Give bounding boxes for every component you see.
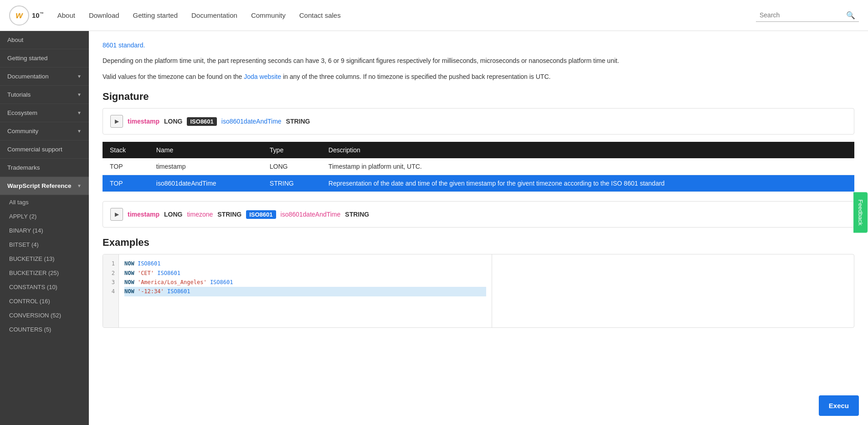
sig1-keyword: timestamp — [128, 118, 159, 125]
main-container: About Getting started Documentation ▼ Tu… — [0, 31, 868, 425]
logo[interactable]: w 10™ — [9, 5, 44, 26]
sidebar-item-community[interactable]: Community ▼ — [0, 122, 89, 140]
code-line-1: NOW ISO8601 — [124, 259, 486, 268]
iso8601-func: ISO8601 — [210, 279, 233, 285]
sidebar-sub-bitset[interactable]: BITSET (4) — [0, 238, 89, 252]
output-area — [492, 254, 854, 327]
sidebar-item-label: Trademarks — [7, 164, 40, 171]
sig2-type3: STRING — [345, 211, 369, 218]
now-keyword: NOW — [124, 279, 134, 285]
feedback-tab[interactable]: Feedback — [853, 192, 868, 233]
tz-la: 'America/Los_Angeles' — [138, 279, 207, 285]
cell-description: Representation of the date and time of t… — [321, 175, 854, 192]
chevron-down-icon: ▼ — [77, 129, 82, 134]
nav-about[interactable]: About — [57, 11, 75, 19]
chevron-down-icon: ▼ — [77, 74, 82, 79]
iso8601-func: ISO8601 — [138, 260, 161, 267]
sidebar-item-getting-started[interactable]: Getting started — [0, 49, 89, 67]
sig2-var2: iso8601dateAndTime — [281, 211, 341, 218]
copy-button-1[interactable]: ▶ — [110, 115, 123, 128]
sidebar-item-label: Ecosystem — [7, 109, 37, 116]
sig1-tag: ISO8601 — [187, 117, 216, 126]
sidebar-item-label: Commercial support — [7, 146, 62, 153]
sidebar-item-label: Tutorials — [7, 91, 31, 98]
cell-type: STRING — [262, 175, 321, 192]
execute-button[interactable]: Execu — [819, 395, 859, 416]
sidebar-item-label: Getting started — [7, 55, 48, 62]
sig2-keyword: timestamp — [128, 211, 159, 218]
sidebar-sub-counters[interactable]: COUNTERS (5) — [0, 322, 89, 337]
nav-contact-sales[interactable]: Contact sales — [299, 11, 341, 19]
col-type: Type — [262, 142, 321, 158]
iso8601-func: ISO8601 — [157, 270, 180, 276]
sidebar-item-label: About — [7, 36, 23, 43]
cell-name: iso8601dateAndTime — [149, 175, 262, 192]
sig1-type1: LONG — [164, 118, 182, 125]
cell-type: LONG — [262, 158, 321, 175]
main-nav: About Download Getting started Documenta… — [57, 11, 756, 19]
sidebar-sub-conversion[interactable]: CONVERSION (52) — [0, 308, 89, 322]
sidebar-sub-bucketize[interactable]: BUCKETIZE (13) — [0, 252, 89, 266]
search-icon[interactable]: 🔍 — [846, 11, 855, 20]
code-line-2: NOW 'CET' ISO8601 — [124, 269, 486, 278]
sidebar-item-trademarks[interactable]: Trademarks — [0, 159, 89, 177]
chevron-down-icon: ▼ — [77, 92, 82, 97]
code-line-3: NOW 'America/Los_Angeles' ISO8601 — [124, 278, 486, 287]
col-stack: Stack — [103, 142, 149, 158]
8601-link[interactable]: 8601 standard. — [103, 41, 145, 49]
logo-circle: w — [9, 5, 29, 26]
sidebar-sub-apply[interactable]: APPLY (2) — [0, 209, 89, 223]
intro-paragraph-3: Valid values for the timezone can be fou… — [103, 72, 854, 82]
now-keyword: NOW — [124, 270, 134, 276]
col-description: Description — [321, 142, 854, 158]
col-name: Name — [149, 142, 262, 158]
sidebar: About Getting started Documentation ▼ Tu… — [0, 31, 89, 425]
cell-name: timestamp — [149, 158, 262, 175]
sig1-var: iso8601dateAndTime — [221, 118, 282, 125]
logo-version: 10™ — [32, 11, 44, 19]
header: w 10™ About Download Getting started Doc… — [0, 0, 868, 31]
sig2-tag: ISO8601 — [246, 210, 276, 219]
sidebar-sub-all-tags[interactable]: All tags — [0, 195, 89, 209]
copy-button-2[interactable]: ▶ — [110, 208, 123, 221]
joda-website-link[interactable]: Joda website — [244, 73, 281, 80]
intro-paragraph-2: Depending on the platform time unit, the… — [103, 56, 854, 66]
signature-box-2: ▶ timestamp LONG timezone STRING ISO8601… — [103, 201, 854, 228]
cell-description: Timestamp in platform unit, UTC. — [321, 158, 854, 175]
sig2-var1: timezone — [187, 211, 213, 218]
table-row: TOP iso8601dateAndTime STRING Representa… — [103, 175, 854, 192]
chevron-down-icon: ▼ — [77, 183, 82, 188]
chevron-down-icon: ▼ — [77, 110, 82, 115]
table-header-row: Stack Name Type Description — [103, 142, 854, 158]
signature-box-1: ▶ timestamp LONG ISO8601 iso8601dateAndT… — [103, 108, 854, 135]
signature-title: Signature — [103, 91, 854, 103]
now-keyword: NOW — [124, 260, 134, 267]
nav-getting-started[interactable]: Getting started — [133, 11, 178, 19]
sidebar-item-about[interactable]: About — [0, 31, 89, 49]
sidebar-sub-constants[interactable]: CONSTANTS (10) — [0, 280, 89, 294]
nav-documentation[interactable]: Documentation — [191, 11, 237, 19]
sidebar-sub-binary[interactable]: BINARY (14) — [0, 223, 89, 238]
examples-container: 1234 NOW ISO8601 NOW 'CET' ISO8601 NOW '… — [103, 254, 854, 328]
nav-download[interactable]: Download — [89, 11, 119, 19]
code-line-4: NOW '-12:34' ISO8601 — [124, 287, 486, 296]
sidebar-sub-bucketizer[interactable]: BUCKETIZER (25) — [0, 266, 89, 280]
sig2-type2: STRING — [217, 211, 241, 218]
sidebar-item-documentation[interactable]: Documentation ▼ — [0, 67, 89, 86]
code-area: 1234 NOW ISO8601 NOW 'CET' ISO8601 NOW '… — [103, 254, 854, 327]
search-input[interactable] — [760, 11, 846, 19]
sidebar-item-warpscript-ref[interactable]: WarpScript Reference ▼ — [0, 177, 89, 195]
line-numbers: 1234 — [103, 254, 119, 327]
logo-w-icon: w — [15, 10, 23, 21]
sidebar-item-ecosystem[interactable]: Ecosystem ▼ — [0, 104, 89, 122]
sidebar-item-tutorials[interactable]: Tutorials ▼ — [0, 86, 89, 104]
sidebar-sub-control[interactable]: CONTROL (16) — [0, 294, 89, 308]
param-table: Stack Name Type Description TOP timestam… — [103, 142, 854, 192]
sidebar-item-label: WarpScript Reference — [7, 182, 72, 189]
tz-cet: 'CET' — [138, 270, 154, 276]
sidebar-item-commercial-support[interactable]: Commercial support — [0, 140, 89, 159]
table-row: TOP timestamp LONG Timestamp in platform… — [103, 158, 854, 175]
cell-stack: TOP — [103, 158, 149, 175]
nav-community[interactable]: Community — [251, 11, 286, 19]
code-content[interactable]: NOW ISO8601 NOW 'CET' ISO8601 NOW 'Ameri… — [119, 254, 492, 327]
